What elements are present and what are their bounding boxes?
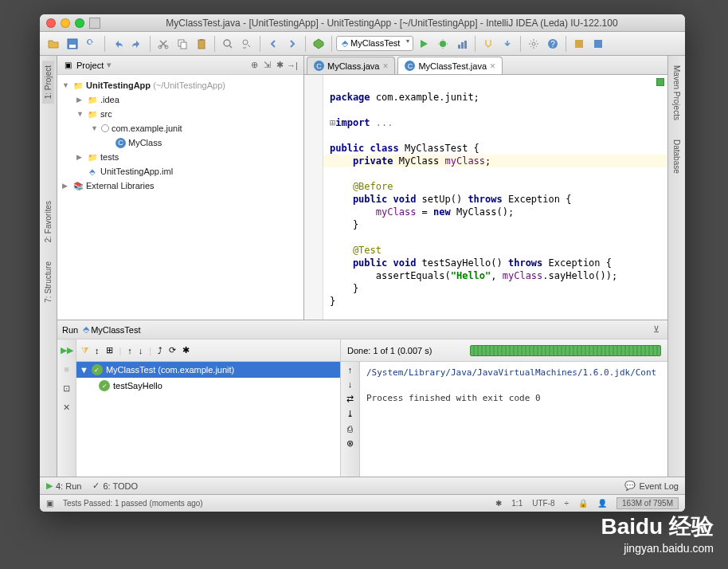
help-icon[interactable]: ?	[544, 35, 562, 53]
pin-icon[interactable]: ⊡	[60, 381, 74, 395]
caret-position[interactable]: 1:1	[511, 499, 523, 508]
hide-panel-icon[interactable]: →|	[286, 59, 299, 72]
class-icon: C	[405, 61, 415, 71]
copy-icon[interactable]	[174, 35, 191, 53]
up-icon[interactable]: ↑	[348, 365, 353, 375]
back-icon[interactable]	[264, 35, 282, 53]
update-icon[interactable]	[499, 35, 516, 53]
editor-tab[interactable]: C MyClass.java ×	[307, 57, 395, 74]
build-icon[interactable]	[310, 35, 327, 53]
encoding-label[interactable]: UTF-8	[532, 499, 554, 508]
close-tab-icon[interactable]: ×	[382, 61, 388, 72]
scroll-icon[interactable]: ⤓	[346, 409, 354, 419]
settings-icon[interactable]	[525, 35, 542, 53]
tree-item[interactable]: C MyClass	[57, 135, 303, 150]
tree-root[interactable]: ▼📁 UnitTestingApp (~/UnitTestingApp)	[57, 78, 303, 92]
status-icon[interactable]: ✱	[495, 499, 502, 508]
class-icon: C	[115, 138, 126, 148]
editor-tabs: C MyClass.java × C MyClassTest.java ×	[304, 56, 667, 75]
down-icon[interactable]: ↓	[348, 379, 353, 389]
zoom-window-button[interactable]	[75, 18, 84, 28]
package-icon	[101, 124, 109, 132]
stop-icon[interactable]: ■	[60, 362, 74, 376]
tree-item[interactable]: ⬘ UnitTestingApp.iml	[57, 164, 303, 179]
tool1-icon[interactable]	[570, 35, 588, 53]
close-window-button[interactable]	[46, 18, 56, 28]
debug-icon[interactable]	[434, 35, 452, 53]
collapse-all-icon[interactable]: ⇲	[260, 59, 273, 72]
cut-icon[interactable]	[155, 35, 172, 53]
rerun-icon[interactable]: ▶▶	[60, 343, 74, 357]
status-message: Tests Passed: 1 passed (moments ago)	[63, 499, 203, 508]
structure-tool-tab[interactable]: 7: Structure	[42, 257, 54, 308]
expand-icon[interactable]: ⊞	[106, 345, 113, 355]
memory-indicator[interactable]: 163M of 795M	[616, 497, 679, 509]
project-panel: ▣ Project ▾ ⊕ ⇲ ✱ →| ▼📁 UnitTestingApp (…	[57, 56, 304, 320]
svg-point-14	[532, 42, 535, 45]
editor-tab-active[interactable]: C MyClassTest.java ×	[397, 57, 503, 74]
tree-item[interactable]: ▶📁 .idea	[57, 92, 303, 107]
test-tree[interactable]: ▼ ✓ MyClassTest (com.example.junit) ✓ te…	[76, 362, 340, 477]
tree-item[interactable]: ▶📚 External Libraries	[57, 179, 303, 193]
scroll-to-source-icon[interactable]: ⊕	[248, 59, 260, 72]
test-method-row[interactable]: ✓ testSayHello	[76, 378, 340, 394]
prev-icon[interactable]: ↑	[127, 346, 132, 355]
clear-icon[interactable]: ⊗	[346, 438, 354, 449]
database-tool-tab[interactable]: Database	[671, 135, 683, 179]
gear-icon[interactable]: ✱	[182, 345, 190, 355]
wrap-icon[interactable]: ⇄	[346, 394, 354, 404]
project-tool-tab[interactable]: 1: Project	[42, 61, 54, 104]
history-icon[interactable]: ⟳	[169, 345, 176, 355]
close-icon[interactable]: ✕	[60, 400, 74, 414]
tool2-icon[interactable]	[589, 35, 607, 53]
maven-tool-tab[interactable]: Maven Projects	[671, 61, 683, 125]
print-icon[interactable]: ⎙	[347, 424, 353, 434]
minimize-window-button[interactable]	[61, 18, 70, 28]
todo-bottom-tab[interactable]: ✓6: TODO	[92, 481, 138, 491]
traffic-lights	[46, 18, 84, 28]
project-tree[interactable]: ▼📁 UnitTestingApp (~/UnitTestingApp) ▶📁 …	[57, 75, 303, 320]
favorites-tool-tab[interactable]: 2: Favorites	[42, 196, 54, 247]
code-editor[interactable]: package com.example.junit; ⊞import ... p…	[304, 75, 667, 320]
paste-icon[interactable]	[193, 35, 210, 53]
lock-icon[interactable]: 🔒	[578, 499, 588, 508]
console-output[interactable]: /System/Library/Java/JavaVirtualMachines…	[360, 362, 667, 477]
forward-icon[interactable]	[284, 35, 301, 53]
test-pass-icon: ✓	[99, 380, 110, 391]
progress-bar	[470, 345, 661, 356]
test-class-row[interactable]: ▼ ✓ MyClassTest (com.example.junit)	[76, 362, 340, 378]
run-panel-title: Run	[62, 325, 78, 335]
minimize-panel-icon[interactable]: ⊻	[650, 324, 663, 336]
svg-rect-1	[69, 45, 76, 48]
next-icon[interactable]: ↓	[139, 346, 143, 355]
folder-icon: 📁	[72, 80, 84, 91]
tree-item[interactable]: ▼📁 src	[57, 107, 303, 121]
tree-item[interactable]: ▶📁 tests	[57, 150, 303, 164]
panel-settings-icon[interactable]: ✱	[273, 59, 286, 72]
export-icon[interactable]: ⤴	[158, 346, 162, 355]
vcs-icon[interactable]	[479, 35, 497, 53]
svg-rect-12	[461, 42, 464, 49]
file-icon	[89, 18, 100, 29]
svg-rect-7	[200, 39, 203, 41]
redo-icon[interactable]	[128, 35, 146, 53]
coverage-icon[interactable]	[453, 35, 471, 53]
run-bottom-tab[interactable]: ▶4: Run	[46, 481, 81, 491]
run-config-dropdown[interactable]: ⬘ MyClassTest	[336, 36, 413, 51]
replace-icon[interactable]	[238, 35, 256, 53]
find-icon[interactable]	[219, 35, 237, 53]
run-icon[interactable]	[415, 35, 432, 53]
svg-rect-17	[575, 40, 583, 48]
close-tab-icon[interactable]: ×	[490, 61, 495, 72]
sort-icon[interactable]: ↕	[95, 346, 100, 355]
svg-rect-6	[198, 40, 205, 49]
hector-icon[interactable]: 👤	[597, 499, 607, 508]
event-log-tab[interactable]: 💬Event Log	[624, 481, 679, 491]
undo-icon[interactable]	[109, 35, 127, 53]
open-icon[interactable]	[45, 35, 62, 53]
sync-icon[interactable]	[83, 35, 100, 53]
save-icon[interactable]	[64, 35, 81, 53]
console-toolbar: ↑ ↓ ⇄ ⤓ ⎙ ⊗	[341, 362, 360, 477]
tree-item[interactable]: ▼ com.example.junit	[57, 121, 303, 135]
filter-icon[interactable]: ⧩	[81, 345, 88, 355]
